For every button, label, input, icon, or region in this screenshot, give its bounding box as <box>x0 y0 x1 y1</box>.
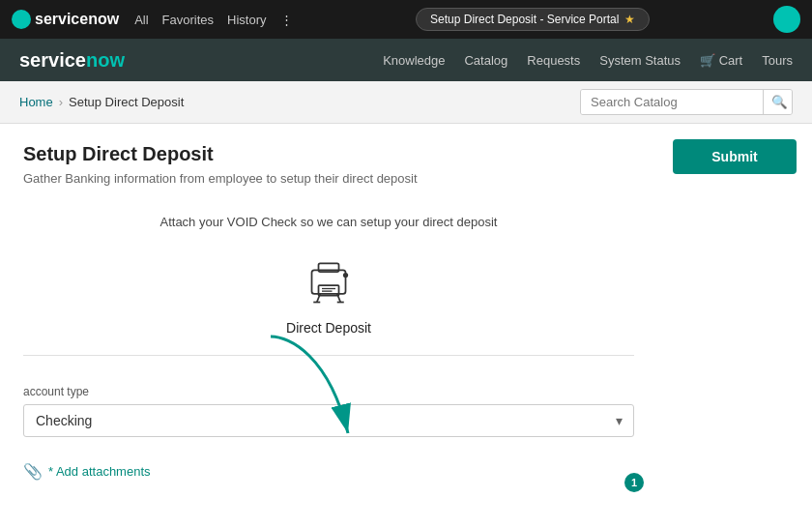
nav-history[interactable]: History <box>227 13 266 27</box>
top-bar-logo-text: servicenow <box>35 11 119 28</box>
nav-favorites[interactable]: Favorites <box>162 13 214 27</box>
top-bar-center: Setup Direct Deposit - Service Portal ★ <box>308 8 758 31</box>
svg-point-5 <box>343 273 348 278</box>
check-label: Direct Deposit <box>286 320 371 336</box>
servicenow-logo-icon <box>12 10 31 29</box>
submit-button[interactable]: Submit <box>673 139 797 174</box>
logo-now: now <box>86 49 125 71</box>
content-left: Setup Direct Deposit Gather Banking info… <box>0 124 657 527</box>
nav-bar: servicenow Knowledge Catalog Requests Sy… <box>0 39 812 81</box>
paperclip-icon: 📎 <box>23 462 43 481</box>
content-wrapper: Setup Direct Deposit Gather Banking info… <box>0 124 812 527</box>
void-check-section: Attach your VOID Check so we can setup y… <box>23 205 634 356</box>
nav-requests[interactable]: Requests <box>527 53 580 68</box>
search-button[interactable]: 🔍 <box>763 90 793 114</box>
nav-logo-text: servicenow <box>19 49 125 72</box>
account-type-section: account type Checking Savings <box>23 375 634 447</box>
logo-service: service <box>19 49 86 71</box>
page-subtitle: Gather Banking information from employee… <box>23 171 634 186</box>
void-instruction: Attach your VOID Check so we can setup y… <box>23 215 634 229</box>
breadcrumb-separator: › <box>59 95 63 109</box>
account-type-select-wrapper[interactable]: Checking Savings <box>23 404 634 437</box>
page-title: Setup Direct Deposit <box>23 143 634 165</box>
tab-star: ★ <box>624 13 635 26</box>
tab-label: Setup Direct Deposit - Service Portal <box>430 13 619 26</box>
attachment-badge: 1 <box>624 473 644 492</box>
svg-rect-0 <box>312 270 346 294</box>
attachment-area[interactable]: 📎 * Add attachments 1 <box>23 462 634 481</box>
nav-knowledge[interactable]: Knowledge <box>383 53 445 68</box>
search-box[interactable]: 🔍 <box>580 89 793 115</box>
account-type-label: account type <box>23 385 634 398</box>
sidebar-panel: Submit <box>657 124 812 527</box>
main-content: Setup Direct Deposit Gather Banking info… <box>0 124 812 527</box>
search-input[interactable] <box>581 90 763 114</box>
nav-logo: servicenow <box>19 49 125 72</box>
top-bar: servicenow All Favorites History ⋮ Setup… <box>0 0 812 39</box>
nav-catalog[interactable]: Catalog <box>464 53 508 68</box>
breadcrumb: Home › Setup Direct Deposit <box>19 95 184 109</box>
account-type-select[interactable]: Checking Savings <box>23 404 634 437</box>
user-avatar[interactable] <box>773 6 800 33</box>
nav-cart[interactable]: 🛒 Cart <box>700 53 742 68</box>
top-bar-nav: All Favorites History ⋮ <box>134 13 292 27</box>
top-bar-right <box>773 6 800 33</box>
top-bar-logo: servicenow <box>12 10 119 29</box>
add-attachment-label: * Add attachments <box>48 464 151 479</box>
check-icon-container: Direct Deposit <box>23 245 634 336</box>
direct-deposit-icon <box>295 245 362 312</box>
active-tab-pill[interactable]: Setup Direct Deposit - Service Portal ★ <box>416 8 650 31</box>
breadcrumb-bar: Home › Setup Direct Deposit 🔍 <box>0 81 812 124</box>
nav-cart-label: 🛒 Cart <box>700 53 742 68</box>
nav-system-status[interactable]: System Status <box>599 53 681 68</box>
nav-more-icon[interactable]: ⋮ <box>280 13 293 27</box>
breadcrumb-current: Setup Direct Deposit <box>69 95 184 109</box>
nav-all[interactable]: All <box>134 13 148 27</box>
breadcrumb-home[interactable]: Home <box>19 95 53 109</box>
nav-links: Knowledge Catalog Requests System Status… <box>383 53 793 68</box>
nav-tours[interactable]: Tours <box>762 53 793 68</box>
